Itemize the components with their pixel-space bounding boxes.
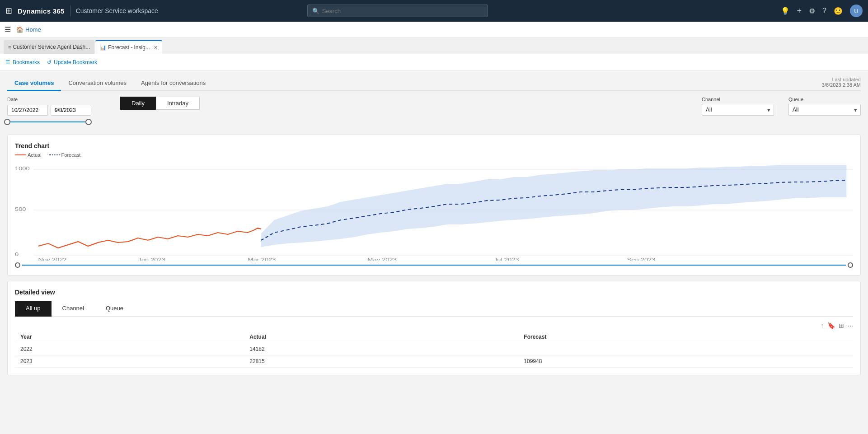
date-filter: Date	[7, 97, 91, 127]
expand-icon[interactable]: ⊞	[839, 322, 844, 329]
last-updated-label: Last updated	[822, 77, 861, 82]
settings-icon[interactable]: ⚙	[809, 7, 815, 15]
chart-slider-right-thumb[interactable]	[848, 262, 853, 268]
avatar[interactable]: U	[850, 5, 863, 17]
slider-thumb-right[interactable]	[85, 119, 92, 125]
daily-toggle-button[interactable]: Daily	[120, 97, 156, 110]
table-header-row: Year Actual Forecast	[15, 331, 853, 343]
home-button[interactable]: 🏠 Home	[14, 24, 44, 35]
chart-area: 1000 500 0 Nov 2022 Jan 2023 Mar 2023 Ma…	[15, 161, 853, 261]
cell-actual-0: 14182	[244, 343, 518, 355]
tab-case-volumes[interactable]: Case volumes	[7, 76, 61, 91]
update-bookmark-button[interactable]: ↺ Update Bookmark	[47, 59, 97, 65]
svg-text:Sep 2023: Sep 2023	[627, 257, 655, 261]
refresh-icon: ↺	[47, 59, 52, 65]
search-icon: 🔍	[312, 8, 319, 14]
intraday-toggle-button[interactable]: Intraday	[156, 97, 200, 110]
date-end-input[interactable]	[51, 105, 91, 116]
table-row: 2022 14182	[15, 343, 853, 355]
workspace-label: Customer Service workspace	[76, 7, 158, 14]
trend-chart-section: Trend chart Actual Forecast 1000 500 0	[7, 135, 861, 275]
date-start-input[interactable]	[7, 105, 48, 116]
forecast-line-icon	[49, 154, 60, 155]
date-inputs	[7, 105, 91, 116]
more-options-icon[interactable]: ···	[848, 322, 853, 329]
slider-thumb-left[interactable]	[4, 119, 10, 125]
svg-text:May 2023: May 2023	[367, 257, 397, 261]
svg-text:Jul 2023: Jul 2023	[494, 257, 519, 261]
detail-tab-channel[interactable]: Channel	[52, 301, 95, 317]
legend-actual: Actual	[15, 152, 42, 158]
svg-text:500: 500	[15, 207, 26, 212]
home-icon: 🏠	[16, 26, 23, 33]
smiley-icon[interactable]: 🙂	[834, 7, 843, 15]
grid-icon[interactable]: ⊞	[5, 6, 12, 16]
table-row: 2023 22815 109948	[15, 355, 853, 368]
trend-chart-svg: 1000 500 0 Nov 2022 Jan 2023 Mar 2023 Ma…	[15, 161, 853, 261]
col-header-year: Year	[15, 331, 244, 343]
actual-line-icon	[15, 154, 26, 155]
bookmark-table-icon[interactable]: 🔖	[827, 322, 835, 329]
sort-asc-icon[interactable]: ↑	[821, 322, 824, 329]
search-bar[interactable]: 🔍	[307, 5, 488, 17]
toolbar: ☰ Bookmarks ↺ Update Bookmark	[0, 54, 868, 70]
top-nav: ⊞ Dynamics 365 Customer Service workspac…	[0, 0, 868, 22]
page-tabs: Case volumes Conversation volumes Agents…	[7, 76, 861, 91]
search-input[interactable]	[322, 8, 483, 14]
view-toggle: Daily Intraday	[120, 97, 200, 110]
detail-tab-all-up[interactable]: All up	[15, 301, 52, 317]
chart-slider-fill	[22, 265, 846, 266]
queue-filter: Queue All	[788, 97, 861, 116]
trend-chart-title: Trend chart	[15, 142, 853, 149]
tab2-close[interactable]: ✕	[154, 45, 158, 51]
last-updated-value: 3/8/2023 2:38 AM	[822, 82, 861, 88]
date-label: Date	[7, 97, 91, 102]
tab-agents-conversations[interactable]: Agents for conversations	[134, 76, 213, 91]
nav-icons: 💡 + ⚙ ? 🙂 U	[781, 5, 863, 17]
bookmarks-label: Bookmarks	[13, 59, 40, 65]
update-bookmark-label: Update Bookmark	[54, 59, 97, 65]
cell-forecast-1: 109948	[518, 355, 853, 368]
detail-table-toolbar: ↑ 🔖 ⊞ ···	[15, 320, 853, 331]
chart-slider-left-thumb[interactable]	[15, 262, 20, 268]
filter-row: Date Daily Intraday Channel All	[7, 97, 861, 127]
help-icon[interactable]: ?	[822, 7, 826, 15]
cell-forecast-0	[518, 343, 853, 355]
cell-year-1: 2023	[15, 355, 244, 368]
svg-text:0: 0	[15, 252, 19, 257]
legend-forecast-label: Forecast	[61, 152, 81, 158]
add-icon[interactable]: +	[797, 6, 802, 16]
queue-select-wrapper: All	[788, 104, 861, 116]
bookmarks-button[interactable]: ☰ Bookmarks	[5, 59, 40, 65]
svg-text:1000: 1000	[15, 166, 30, 171]
hamburger-icon[interactable]: ☰	[5, 25, 11, 34]
queue-label: Queue	[788, 97, 861, 102]
svg-text:Nov 2022: Nov 2022	[38, 257, 67, 261]
tab-conversation-volumes[interactable]: Conversation volumes	[61, 76, 134, 91]
lightbulb-icon[interactable]: 💡	[781, 7, 790, 15]
cell-year-0: 2022	[15, 343, 244, 355]
bookmarks-icon: ☰	[5, 59, 10, 65]
tab-forecast[interactable]: 📊 Forecast - Insig... ✕	[95, 40, 162, 54]
tabs-row: ≡ Customer Service Agent Dash... 📊 Forec…	[0, 38, 868, 54]
channel-select[interactable]: All	[702, 104, 774, 116]
col-header-forecast: Forecast	[518, 331, 853, 343]
channel-filter: Channel All	[702, 97, 774, 116]
legend-actual-label: Actual	[28, 152, 42, 158]
home-label: Home	[25, 26, 41, 33]
date-slider[interactable]	[7, 117, 91, 127]
detail-tab-queue[interactable]: Queue	[95, 301, 134, 317]
tab2-icon: 📊	[100, 45, 106, 51]
col-header-actual: Actual	[244, 331, 518, 343]
detail-tabs: All up Channel Queue	[15, 301, 853, 317]
tab2-label: Forecast - Insig...	[108, 44, 150, 51]
chart-slider-track	[22, 265, 846, 266]
last-updated: Last updated 3/8/2023 2:38 AM	[822, 77, 861, 88]
svg-text:Jan 2023: Jan 2023	[138, 257, 165, 261]
channel-label: Channel	[702, 97, 774, 102]
channel-select-wrapper: All	[702, 104, 774, 116]
legend-forecast: Forecast	[49, 152, 81, 158]
chart-legend: Actual Forecast	[15, 152, 853, 158]
queue-select[interactable]: All	[788, 104, 861, 116]
tab-customer-service-dash[interactable]: ≡ Customer Service Agent Dash...	[4, 40, 94, 54]
